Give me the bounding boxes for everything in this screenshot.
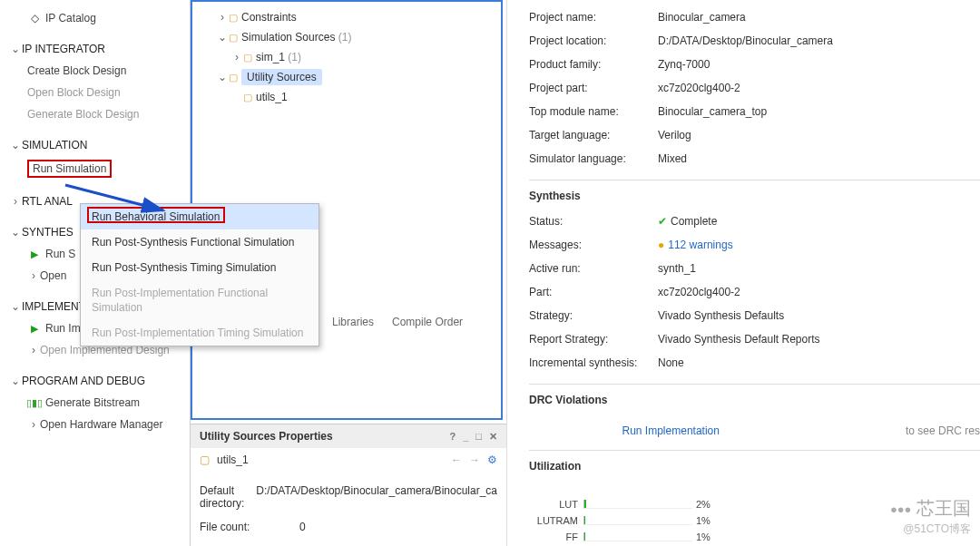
minimize-icon[interactable]: _	[463, 431, 468, 443]
default-dir-value: D:/DATA/Desktop/Binocular_camera/Binocul…	[256, 484, 497, 510]
synth-run-key: Active run:	[529, 260, 658, 277]
restore-icon[interactable]: □	[475, 431, 482, 443]
drc-title: DRC Violations	[529, 394, 980, 414]
proj-part-key: Project part:	[529, 80, 658, 96]
ctx-item: Run Post-Implementation Timing Simulatio…	[81, 320, 318, 346]
nav-simulation[interactable]: ⌄SIMULATION	[7, 134, 186, 156]
synth-status-key: Status:	[529, 213, 658, 229]
project-summary: Project name:Binocular_camera Project lo…	[506, 0, 980, 546]
ctx-item: Run Post-Implementation Functional Simul…	[81, 280, 318, 320]
help-icon[interactable]: ?	[449, 431, 456, 443]
nav-open-bd[interactable]: Open Block Design	[7, 82, 186, 103]
proj-loc-key: Project location:	[529, 33, 658, 49]
synth-msg-val[interactable]: ●112 warnings	[658, 237, 733, 253]
nav-gen-bd[interactable]: Generate Block Design	[7, 103, 186, 125]
util-bar: FF1%	[529, 529, 980, 545]
synth-status-val: ✔Complete	[658, 213, 717, 229]
nav-open-hw[interactable]: ›Open Hardware Manager	[7, 414, 186, 435]
sim-lang-key: Simulator language:	[529, 151, 658, 167]
props-title: Utility Sources Properties	[200, 430, 333, 443]
sim-lang-val[interactable]: Mixed	[658, 151, 687, 167]
synth-part-key: Part:	[529, 284, 658, 300]
synth-inc-key: Incremental synthesis:	[529, 355, 658, 371]
nav-ip-integrator[interactable]: ⌄IP INTEGRATOR	[7, 38, 186, 60]
synth-run-val[interactable]: synth_1	[658, 260, 696, 277]
proj-name-val: Binocular_camera	[658, 9, 746, 25]
forward-icon[interactable]: →	[469, 453, 480, 466]
proj-loc-val: D:/DATA/Desktop/Binocular_camera	[658, 33, 833, 49]
drc-run-impl-link[interactable]: Run Implementation	[622, 424, 720, 437]
props-selector-row: ▢ utils_1 ← → ⚙	[191, 448, 506, 472]
check-icon: ✔	[658, 215, 667, 228]
util-title: Utilization	[529, 460, 980, 480]
tree-sim1[interactable]: ›▢sim_1 (1)	[201, 47, 492, 67]
folder-icon: ▢	[200, 453, 210, 466]
synth-msg-key: Messages:	[529, 237, 658, 253]
util-bar: LUT2%	[529, 496, 980, 512]
target-lang-key: Target language:	[529, 127, 658, 143]
tree-sim-sources[interactable]: ⌄▢Simulation Sources (1)	[201, 27, 492, 47]
synth-strat-val[interactable]: Vivado Synthesis Defaults	[658, 307, 784, 324]
synth-rep-key: Report Strategy:	[529, 331, 658, 347]
default-dir-key: Default directory:	[200, 484, 256, 510]
properties-panel: Utility Sources Properties ? _ □ ✕ ▢ uti…	[191, 424, 506, 546]
drc-section: DRC Violations Run Implementation to see…	[529, 384, 980, 441]
tree-utility-sources[interactable]: ⌄▢Utility Sources	[201, 67, 492, 87]
tab-compile-order[interactable]: Compile Order	[392, 316, 463, 328]
gear-icon[interactable]: ⚙	[487, 453, 497, 466]
proj-fam-val: Zynq-7000	[658, 56, 710, 73]
synth-part-val: xc7z020clg400-2	[658, 284, 740, 300]
synth-title: Synthesis	[529, 190, 980, 210]
tab-libraries[interactable]: Libraries	[332, 316, 374, 328]
nav-run-simulation[interactable]: Run Simulation	[7, 156, 186, 181]
proj-part-val[interactable]: xc7z020clg400-2	[658, 80, 740, 96]
run-sim-context-menu: Run Behavioral SimulationRun Post-Synthe…	[80, 203, 319, 346]
top-mod-key: Top module name:	[529, 103, 658, 120]
sources-subtabs: s Libraries Compile Order	[309, 316, 463, 328]
tree-constraints[interactable]: ›▢Constraints	[201, 7, 492, 27]
target-lang-val[interactable]: Verilog	[658, 127, 691, 143]
warn-icon: ●	[658, 239, 664, 251]
utilization-section: Utilization LUT2%LUTRAM1%FF1%	[529, 450, 980, 545]
proj-fam-key: Product family:	[529, 56, 658, 73]
nav-gen-bitstream[interactable]: ▯▮▯Generate Bitstream	[7, 392, 186, 414]
proj-name-key: Project name:	[529, 9, 658, 25]
nav-program[interactable]: ⌄PROGRAM AND DEBUG	[7, 370, 186, 392]
nav-ip-catalog[interactable]: ◇IP Catalog	[7, 7, 186, 29]
props-selection: utils_1	[217, 453, 444, 466]
close-icon[interactable]: ✕	[489, 431, 497, 443]
ctx-item[interactable]: Run Post-Synthesis Functional Simulation	[81, 229, 318, 255]
ctx-item[interactable]: Run Post-Synthesis Timing Simulation	[81, 255, 318, 280]
nav-create-bd[interactable]: Create Block Design	[7, 60, 186, 82]
file-count-value: 0	[299, 521, 306, 533]
synth-strat-key: Strategy:	[529, 307, 658, 324]
synthesis-section: Synthesis Status:✔Complete Messages:●112…	[529, 180, 980, 375]
file-count-key: File count:	[200, 521, 299, 533]
synth-inc-val[interactable]: None	[658, 355, 684, 371]
util-bar: LUTRAM1%	[529, 512, 980, 529]
back-icon[interactable]: ←	[451, 453, 462, 466]
props-header: Utility Sources Properties ? _ □ ✕	[191, 424, 506, 448]
tree-utils1[interactable]: ▢utils_1	[201, 87, 492, 107]
ctx-item[interactable]: Run Behavioral Simulation	[81, 204, 318, 229]
drc-note: to see DRC res	[906, 424, 980, 437]
top-mod-val[interactable]: Binocular_camera_top	[658, 103, 767, 120]
synth-rep-val[interactable]: Vivado Synthesis Default Reports	[658, 331, 820, 347]
